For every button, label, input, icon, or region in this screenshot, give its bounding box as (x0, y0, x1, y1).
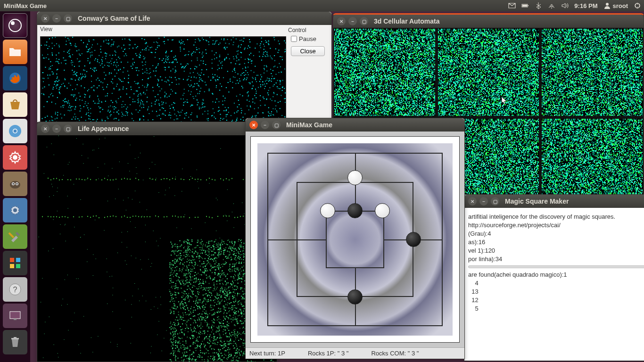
minimize-icon[interactable]: – (52, 14, 61, 23)
window-title: Conway's Game of Life (78, 15, 150, 22)
life-canvas (37, 135, 277, 362)
status-turn: Next turn: 1P (249, 350, 285, 357)
window-magic-square: ✕ – ▢ Magic Square Maker artifitial inte… (464, 194, 644, 361)
svg-point-16 (13, 208, 17, 212)
svg-point-14 (13, 183, 14, 185)
chromium-icon[interactable] (3, 119, 27, 143)
active-app-title: MiniMax Game (0, 2, 47, 9)
svg-text:?: ? (13, 286, 17, 294)
stone-w[interactable] (320, 203, 335, 218)
unity-launcher: ? (0, 11, 30, 362)
clock[interactable]: 9:16 PM (571, 2, 600, 9)
maximize-icon[interactable]: ▢ (64, 124, 72, 133)
svg-rect-25 (14, 319, 17, 320)
window-title: Magic Square Maker (505, 197, 569, 205)
status-p1: Rocks 1P: " 3 " (308, 350, 349, 357)
advanced-settings-icon[interactable] (3, 198, 27, 222)
battery-icon[interactable] (519, 2, 532, 9)
window-minimax: ✕ – ▢ MiniMax Game (245, 118, 465, 359)
svg-rect-24 (10, 312, 20, 319)
help-icon[interactable]: ? (3, 277, 27, 302)
workspace-switcher-icon[interactable] (3, 251, 27, 275)
stone-w[interactable] (347, 170, 363, 185)
session-icon[interactable] (631, 2, 644, 9)
close-button[interactable]: Close (291, 46, 325, 56)
bluetooth-icon[interactable] (532, 2, 545, 9)
maximize-icon[interactable]: ▢ (360, 17, 368, 25)
svg-rect-20 (10, 264, 14, 268)
utilities-icon[interactable] (3, 224, 27, 249)
network-icon[interactable] (545, 2, 558, 9)
pause-checkbox[interactable]: Pause (291, 35, 327, 42)
gimp-icon[interactable] (3, 172, 27, 196)
titlebar-conway[interactable]: ✕ – ▢ Conway's Game of Life (37, 12, 331, 25)
minimize-icon[interactable]: – (479, 197, 488, 206)
magic-output: artifitial inteligence for the discovery… (464, 208, 644, 361)
window-title: Life Appearance (78, 125, 129, 132)
firefox-icon[interactable] (3, 66, 27, 90)
window-title: 3d Cellular Automata (374, 17, 440, 25)
close-icon[interactable]: ✕ (249, 121, 258, 129)
svg-point-10 (13, 155, 17, 160)
svg-rect-17 (8, 232, 15, 239)
window-conway: ✕ – ▢ Conway's Game of Life View Control… (37, 11, 332, 123)
mail-icon[interactable] (505, 2, 519, 9)
titlebar-3dca[interactable]: ✕ – ▢ 3d Cellular Automata (333, 15, 644, 28)
stone-b[interactable] (406, 232, 421, 247)
svg-point-4 (606, 3, 609, 6)
svg-point-15 (17, 183, 18, 185)
svg-point-11 (10, 181, 20, 189)
svg-rect-18 (10, 258, 14, 262)
game-board[interactable] (257, 143, 453, 336)
svg-point-9 (14, 130, 17, 133)
stone-b[interactable] (347, 289, 363, 304)
status-bar: Next turn: 1P Rocks 1P: " 3 " Rocks COM:… (246, 347, 464, 359)
trash-icon[interactable] (3, 330, 27, 354)
control-panel: Control Pause Close (286, 25, 331, 122)
window-title: MiniMax Game (286, 121, 332, 129)
titlebar-minimax[interactable]: ✕ – ▢ MiniMax Game (246, 118, 464, 132)
menu-view[interactable]: View (40, 26, 52, 33)
maximize-icon[interactable]: ▢ (491, 197, 499, 206)
minimize-icon[interactable]: – (261, 121, 269, 129)
system-settings-icon[interactable] (3, 145, 27, 170)
status-com: Rocks COM: " 3 " (371, 350, 419, 357)
svg-rect-21 (16, 264, 20, 268)
svg-point-3 (551, 8, 552, 8)
minimize-icon[interactable]: – (52, 124, 61, 133)
titlebar-magic[interactable]: ✕ – ▢ Magic Square Maker (464, 195, 644, 208)
user-menu[interactable]: sroot (601, 2, 631, 9)
maximize-icon[interactable]: ▢ (272, 121, 281, 129)
close-icon[interactable]: ✕ (41, 124, 50, 133)
volume-icon[interactable] (558, 2, 571, 9)
svg-rect-1 (528, 5, 528, 6)
control-label: Control (288, 27, 330, 33)
mouse-cursor (501, 96, 508, 106)
desktop: ✕ – ▢ Conway's Game of Life View Control… (30, 11, 644, 362)
top-panel: MiniMax Game 9:16 PM sroot (0, 0, 644, 11)
close-icon[interactable]: ✕ (337, 17, 346, 25)
stone-w[interactable] (375, 203, 390, 218)
minimize-icon[interactable]: – (348, 17, 357, 25)
window-life-appearance: ✕ – ▢ Life Appearance (37, 122, 277, 362)
svg-rect-27 (14, 337, 17, 338)
software-center-icon[interactable] (3, 92, 27, 117)
nautilus-icon[interactable] (3, 40, 27, 64)
stone-b[interactable] (347, 203, 363, 218)
close-icon[interactable]: ✕ (468, 197, 477, 206)
svg-rect-19 (16, 258, 20, 262)
titlebar-life[interactable]: ✕ – ▢ Life Appearance (37, 122, 277, 135)
maximize-icon[interactable]: ▢ (64, 14, 72, 23)
dash-icon[interactable] (3, 13, 27, 38)
show-desktop-icon[interactable] (3, 304, 27, 328)
close-icon[interactable]: ✕ (41, 14, 50, 23)
svg-rect-2 (522, 5, 527, 7)
